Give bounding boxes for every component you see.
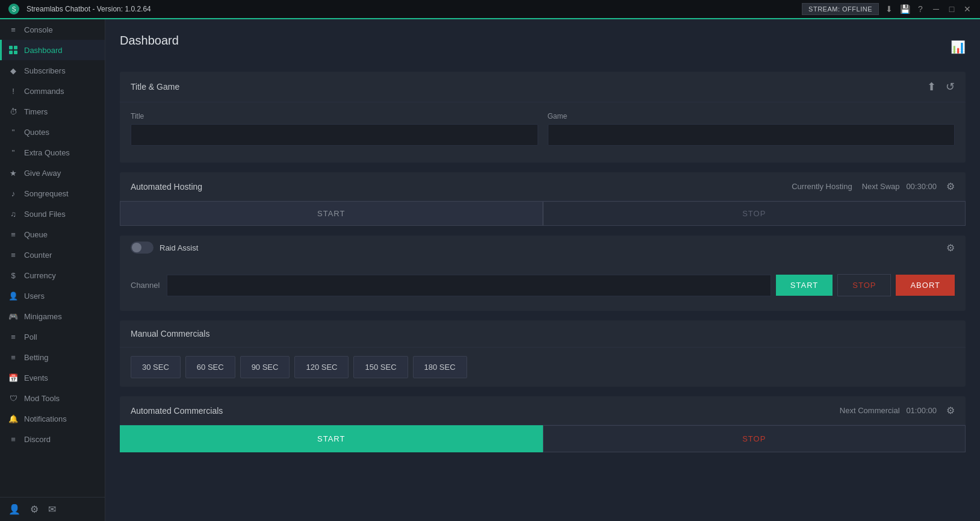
settings-icon[interactable]: ⚙ — [30, 504, 39, 515]
sidebar-label-queue: Queue — [24, 230, 48, 239]
svg-rect-2 — [9, 46, 13, 49]
title-game-header: Title & Game ⬆ ↺ — [120, 72, 966, 102]
sidebar-item-currency[interactable]: $ Currency — [0, 265, 105, 285]
sidebar-label-minigames: Minigames — [24, 312, 62, 321]
discord-icon: ≡ — [8, 434, 18, 444]
title-game-card: Title & Game ⬆ ↺ Title Game — [120, 72, 966, 163]
save-icon[interactable]: 💾 — [899, 4, 910, 14]
raid-start-button[interactable]: START — [776, 275, 833, 296]
next-swap-label: Next Swap 00:30:00 — [862, 182, 937, 191]
raid-settings-icon[interactable]: ⚙ — [946, 242, 955, 254]
sound-files-icon: ♫ — [8, 209, 18, 219]
sidebar-label-timers: Timers — [24, 107, 48, 116]
hosting-settings-icon[interactable]: ⚙ — [946, 181, 955, 192]
mail-icon[interactable]: ✉ — [48, 504, 56, 515]
help-icon[interactable]: ? — [915, 4, 926, 14]
sidebar-item-songrequest[interactable]: ♪ Songrequest — [0, 183, 105, 204]
title-bar: S Streamlabs Chatbot - Version: 1.0.2.64… — [0, 0, 980, 19]
refresh-icon[interactable]: ↺ — [946, 80, 955, 93]
sidebar-label-discord: Discord — [24, 435, 51, 444]
sidebar-item-dashboard[interactable]: Dashboard — [0, 40, 105, 60]
svg-text:S: S — [12, 6, 16, 13]
title-input[interactable] — [131, 124, 538, 146]
sidebar-item-counter[interactable]: ≡ Counter — [0, 245, 105, 265]
sidebar-item-give-away[interactable]: ★ Give Away — [0, 163, 105, 183]
sidebar-item-quotes[interactable]: " Quotes — [0, 122, 105, 142]
maximize-icon[interactable]: □ — [946, 4, 957, 14]
svg-rect-5 — [14, 51, 17, 54]
commercial-60sec-button[interactable]: 60 SEC — [185, 356, 235, 378]
title-game-title: Title & Game — [131, 82, 179, 92]
raid-header: Raid Assist ⚙ — [120, 236, 966, 260]
hosting-stop-button[interactable]: STOP — [543, 201, 966, 226]
currency-icon: $ — [8, 270, 18, 280]
users-icon: 👤 — [8, 291, 18, 301]
hosting-buttons: START STOP — [120, 201, 966, 226]
auto-commercials-settings-icon[interactable]: ⚙ — [946, 405, 955, 416]
commercial-90sec-button[interactable]: 90 SEC — [240, 356, 290, 378]
sidebar-label-mod-tools: Mod Tools — [24, 394, 60, 403]
commercial-buttons-container: 30 SEC 60 SEC 90 SEC 120 SEC 150 SEC 180… — [120, 348, 966, 387]
hosting-start-button[interactable]: START — [120, 201, 543, 226]
sidebar-item-users[interactable]: 👤 Users — [0, 285, 105, 306]
game-input[interactable] — [548, 124, 955, 146]
sidebar-bottom: 👤 ⚙ ✉ — [0, 497, 105, 521]
game-field-wrapper: Game — [548, 112, 955, 146]
channel-input[interactable] — [167, 275, 771, 296]
raid-toggle-knob — [132, 243, 141, 252]
chart-icon[interactable]: 📊 — [951, 40, 966, 54]
sidebar-item-betting[interactable]: ≡ Betting — [0, 347, 105, 367]
page-title: Dashboard — [120, 34, 179, 48]
automated-hosting-card: Automated Hosting Currently Hosting Next… — [120, 172, 966, 226]
commercial-180sec-button[interactable]: 180 SEC — [413, 356, 467, 378]
auto-commercials-header-right: Next Commercial 01:00:00 ⚙ — [840, 405, 955, 416]
sidebar-item-notifications[interactable]: 🔔 Notifications — [0, 408, 105, 429]
sidebar-label-songrequest: Songrequest — [24, 189, 69, 198]
raid-stop-button[interactable]: STOP — [837, 274, 891, 296]
manual-commercials-header: Manual Commercials — [120, 320, 966, 348]
hosting-title: Automated Hosting — [131, 182, 202, 192]
download-icon[interactable]: ⬇ — [884, 4, 895, 14]
manual-commercials-title: Manual Commercials — [131, 329, 209, 338]
automated-commercials-card: Automated Commercials Next Commercial 01… — [120, 396, 966, 452]
songrequest-icon: ♪ — [8, 189, 18, 198]
sidebar-item-events[interactable]: 📅 Events — [0, 367, 105, 388]
sidebar-item-mod-tools[interactable]: 🛡 Mod Tools — [0, 388, 105, 408]
quotes-icon: " — [8, 127, 18, 137]
manual-commercials-card: Manual Commercials 30 SEC 60 SEC 90 SEC … — [120, 320, 966, 387]
sidebar-label-give-away: Give Away — [24, 169, 61, 178]
commercial-150sec-button[interactable]: 150 SEC — [353, 356, 408, 378]
auto-commercial-start-button[interactable]: START — [120, 425, 543, 452]
hosting-header: Automated Hosting Currently Hosting Next… — [120, 172, 966, 201]
dashboard-icon — [8, 45, 18, 55]
commercial-120sec-button[interactable]: 120 SEC — [294, 356, 349, 378]
sidebar-item-extra-quotes[interactable]: " Extra Quotes — [0, 142, 105, 163]
minimize-icon[interactable]: ─ — [931, 4, 941, 14]
sidebar-item-commands[interactable]: ! Commands — [0, 81, 105, 101]
sidebar-item-discord[interactable]: ≡ Discord — [0, 429, 105, 449]
sidebar-item-poll[interactable]: ≡ Poll — [0, 326, 105, 347]
commercial-30sec-button[interactable]: 30 SEC — [131, 356, 181, 378]
close-icon[interactable]: ✕ — [962, 4, 973, 14]
app-body: ≡ Console Dashboard ◆ Subscribers ! Comm… — [0, 19, 980, 521]
share-icon[interactable]: ⬆ — [927, 80, 936, 93]
app-title: Streamlabs Chatbot - Version: 1.0.2.64 — [26, 5, 802, 13]
extra-quotes-icon: " — [8, 148, 18, 157]
sidebar-item-minigames[interactable]: 🎮 Minigames — [0, 306, 105, 326]
sidebar-item-sound-files[interactable]: ♫ Sound Files — [0, 204, 105, 224]
profile-icon[interactable]: 👤 — [8, 504, 20, 515]
sidebar-item-queue[interactable]: ≡ Queue — [0, 224, 105, 245]
commands-icon: ! — [8, 86, 18, 96]
raid-abort-button[interactable]: ABORT — [896, 275, 955, 296]
title-label: Title — [131, 112, 538, 120]
sidebar-label-sound-files: Sound Files — [24, 210, 66, 219]
active-indicator — [0, 40, 2, 60]
auto-commercial-stop-button[interactable]: STOP — [543, 425, 966, 452]
sidebar-item-console[interactable]: ≡ Console — [0, 19, 105, 40]
auto-commercials-header: Automated Commercials Next Commercial 01… — [120, 396, 966, 425]
sidebar-item-timers[interactable]: ⏱ Timers — [0, 101, 105, 122]
raid-toggle[interactable] — [131, 242, 154, 254]
sidebar-item-subscribers[interactable]: ◆ Subscribers — [0, 60, 105, 81]
stream-status: STREAM: OFFLINE — [802, 3, 879, 15]
events-icon: 📅 — [8, 373, 18, 382]
